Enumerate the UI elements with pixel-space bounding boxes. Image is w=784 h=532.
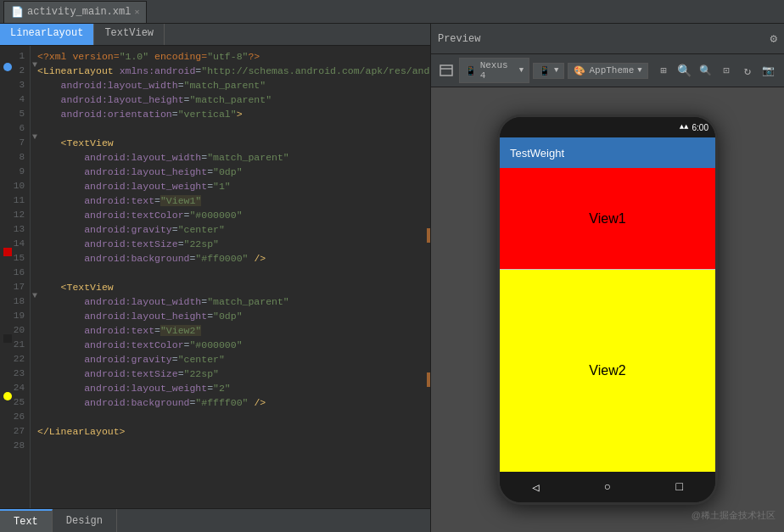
orientation-icon: 📱 xyxy=(539,65,551,76)
preview-header: Preview ⚙ xyxy=(431,24,784,54)
tab-textview[interactable]: TextView xyxy=(94,24,165,45)
svg-rect-0 xyxy=(440,65,452,76)
view1: View1 xyxy=(500,168,715,270)
theme-icon: 🎨 xyxy=(574,65,585,76)
bottom-tab-bar: Text Design xyxy=(0,508,430,532)
theme-label: AppTheme xyxy=(589,65,634,76)
editor-tab-bar: LinearLayout TextView xyxy=(0,24,430,46)
watermark: @稀土掘金技术社区 xyxy=(692,509,776,522)
chevron-down-icon2: ▼ xyxy=(554,66,558,75)
phone-nav-bar: ◁ ○ □ xyxy=(500,472,715,502)
zoom-in-icon[interactable]: 🔍 xyxy=(675,61,693,80)
device-dropdown[interactable]: 📱 Nexus 4 ▼ xyxy=(459,58,529,83)
chevron-down-icon: ▼ xyxy=(519,66,524,75)
file-tab-label: activity_main.xml xyxy=(27,6,131,18)
orientation-dropdown[interactable]: 📱 ▼ xyxy=(533,63,564,79)
view2-label: View2 xyxy=(589,363,625,378)
phone-status-bar: ▲▲ 6:00 xyxy=(500,117,715,137)
home-button[interactable]: ○ xyxy=(604,480,611,494)
app-title-text: TestWeight xyxy=(510,147,564,160)
zoom-out-icon[interactable]: 🔍 xyxy=(697,61,714,80)
recents-button[interactable]: □ xyxy=(675,480,682,494)
code-content[interactable]: <?xml version="1.0" encoding="utf-8"?> <… xyxy=(31,46,430,508)
view2: View2 xyxy=(500,270,715,472)
main-area: LinearLayout TextView 12345 678910 11121… xyxy=(0,24,784,532)
phone-screen: TestWeight View1 View2 xyxy=(500,137,715,472)
theme-dropdown[interactable]: 🎨 AppTheme ▼ xyxy=(568,63,647,79)
camera-icon[interactable]: 📷 xyxy=(759,61,777,80)
file-icon: 📄 xyxy=(11,6,24,19)
file-tab-bar: 📄 activity_main.xml ✕ xyxy=(0,0,784,24)
line-numbers: 12345 678910 1112131415 1617181920 21222… xyxy=(0,46,31,508)
preview-title: Preview xyxy=(438,33,480,45)
file-tab[interactable]: 📄 activity_main.xml ✕ xyxy=(3,1,147,23)
layout-icon[interactable] xyxy=(438,61,456,80)
zoom-actual-icon[interactable]: ⊡ xyxy=(718,61,736,80)
phone-time: 6:00 xyxy=(692,123,708,132)
preview-content: ▲▲ 6:00 TestWeight View1 View2 ◁ xyxy=(431,87,784,532)
tab-design[interactable]: Design xyxy=(53,509,117,532)
zoom-fit-icon[interactable]: ⊞ xyxy=(655,61,673,80)
gear-icon[interactable]: ⚙ xyxy=(770,31,777,46)
chevron-down-icon3: ▼ xyxy=(637,66,641,75)
phone-mockup: ▲▲ 6:00 TestWeight View1 View2 ◁ xyxy=(497,115,718,505)
close-icon[interactable]: ✕ xyxy=(134,7,139,17)
preview-subtoolbar: 📱 Nexus 4 ▼ 📱 ▼ 🎨 AppTheme ▼ ⊞ 🔍 🔍 ⊡ ↻ 📷 xyxy=(431,54,784,87)
preview-panel: Preview ⚙ 📱 Nexus 4 ▼ 📱 ▼ xyxy=(430,24,784,532)
back-button[interactable]: ◁ xyxy=(532,480,539,495)
app-title-bar: TestWeight xyxy=(500,137,715,168)
phone-icon: 📱 xyxy=(465,65,477,76)
tab-text[interactable]: Text xyxy=(0,509,53,532)
refresh-icon[interactable]: ↻ xyxy=(739,61,757,80)
editor-panel: LinearLayout TextView 12345 678910 11121… xyxy=(0,24,430,532)
tab-linearlayout[interactable]: LinearLayout xyxy=(0,24,94,45)
code-area: 12345 678910 1112131415 1617181920 21222… xyxy=(0,46,430,508)
wifi-icon: ▲▲ xyxy=(680,123,689,132)
view1-label: View1 xyxy=(589,211,625,227)
device-label: Nexus 4 xyxy=(480,60,516,81)
